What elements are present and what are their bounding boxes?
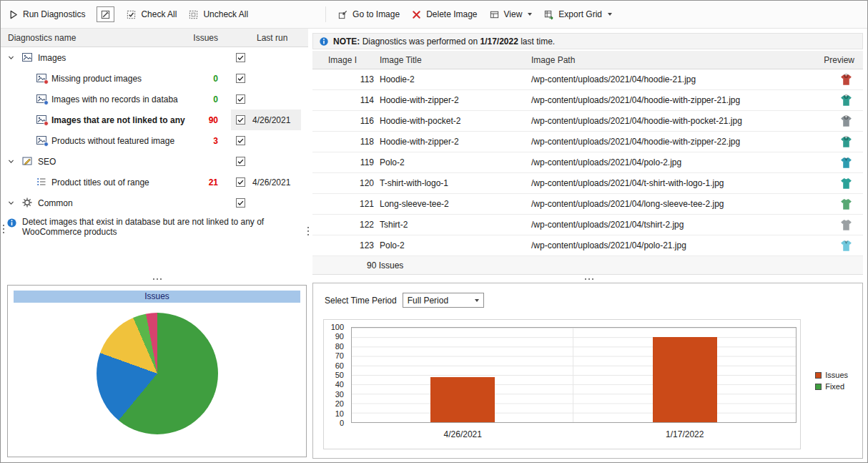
uncheck-all-label: Uncheck All [203, 9, 248, 19]
info-icon [6, 218, 17, 228]
images-not-linked-icon [36, 114, 47, 125]
image-path: /wp-content/uploads/2021/04/long-sleeve-… [530, 199, 817, 209]
image-id: 122 [312, 220, 375, 230]
toolbar: Run Diagnostics Check All Uncheck All Go… [1, 1, 867, 29]
chevron-down-icon [608, 13, 612, 16]
seo-icon [21, 155, 33, 167]
y-tick-label: 40 [324, 380, 344, 389]
tree-item-products-without-featured[interactable]: Products without featured image 3 [1, 130, 308, 151]
legend-item-issues: Issues [815, 371, 848, 379]
splitter-left-edge[interactable] [1, 223, 6, 235]
delete-image-button[interactable]: Delete Image [411, 9, 477, 20]
image-title: T-shirt-with-logo-1 [375, 178, 530, 188]
bar-chart: 1009080706050403020100 4/26/2021 1/17/20… [323, 319, 801, 449]
time-period-label: Select Time Period [325, 296, 397, 306]
issues-chart-panel: Issues [7, 285, 307, 457]
uncheck-all-icon [188, 9, 199, 20]
issues-count: 90 [181, 115, 218, 125]
grid-row[interactable]: 119 Polo-2 /wp-content/uploads/2021/04/p… [312, 152, 863, 173]
y-tick-label: 70 [324, 351, 344, 360]
tree-item-product-titles-range[interactable]: Product titles out of range 21 4/26/2021 [1, 172, 308, 192]
checkbox-images-not-linked[interactable] [236, 115, 245, 125]
tree-group-seo[interactable]: SEO [1, 151, 308, 172]
issues-count: 3 [181, 136, 218, 146]
view-menu-button[interactable]: View [489, 9, 533, 20]
legend-swatch [815, 384, 822, 390]
y-tick-label: 10 [324, 409, 344, 418]
checkbox-images-no-records[interactable] [236, 94, 245, 104]
polo-preview-icon [839, 239, 853, 253]
grid-row[interactable]: 120 T-shirt-with-logo-1 /wp-content/uplo… [312, 173, 863, 194]
issues-total: 90 Issues [367, 260, 403, 271]
tree-item-label: Missing product images [51, 74, 142, 84]
grid-row[interactable]: 123 Polo-2 /wp-content/uploads/2021/04/p… [312, 235, 863, 256]
grid-row[interactable]: 113 Hoodie-2 /wp-content/uploads/2021/04… [312, 69, 863, 90]
column-header-image-title[interactable]: Image Title [375, 55, 530, 65]
tree-item-images-no-records[interactable]: Images with no records in databa 0 [1, 89, 308, 109]
note-bar: NOTE: Diagnostics was performed on 1/17/… [312, 33, 863, 49]
y-tick-label: 90 [324, 332, 344, 341]
legend-item-fixed: Fixed [815, 382, 848, 391]
polo-preview-icon [839, 156, 853, 170]
grid-row[interactable]: 114 Hoodie-with-zipper-2 /wp-content/upl… [312, 90, 863, 111]
splitter-right-horizontal[interactable] [583, 276, 596, 282]
chevron-down-icon [475, 299, 479, 302]
grid-row[interactable]: 116 Hoodie-with-pocket-2 /wp-content/upl… [312, 111, 863, 132]
long-sleeve-preview-icon [839, 198, 853, 211]
chevron-down-icon[interactable] [7, 157, 15, 165]
check-all-button[interactable]: Check All [126, 9, 177, 20]
checkbox-images[interactable] [236, 53, 245, 62]
splitter-left-horizontal[interactable] [151, 276, 164, 282]
checkbox-missing-product-images[interactable] [236, 74, 245, 83]
image-path: /wp-content/uploads/2021/04/polo-21.jpg [530, 240, 817, 250]
edit-diagnostics-button[interactable] [97, 6, 114, 22]
missing-images-icon [36, 72, 47, 84]
issues-bar [430, 377, 495, 422]
chevron-down-icon[interactable] [7, 54, 15, 62]
image-title: Hoodie-with-zipper-2 [375, 137, 530, 147]
images-icon [21, 52, 33, 63]
legend-swatch [815, 372, 822, 379]
grid-header: Image I Image Title Image Path Preview [312, 51, 863, 69]
view-icon [489, 9, 500, 20]
tree-item-missing-product-images[interactable]: Missing product images 0 [1, 68, 308, 89]
y-tick-label: 60 [324, 361, 344, 370]
column-header-image-path[interactable]: Image Path [530, 55, 817, 65]
hoodie-preview-icon [839, 114, 853, 128]
column-header-preview[interactable]: Preview [817, 55, 863, 65]
tree-group-common[interactable]: Common [1, 192, 308, 213]
grid-row[interactable]: 118 Hoodie-with-zipper-2 /wp-content/upl… [312, 132, 863, 152]
delete-x-icon [411, 9, 422, 20]
splitter-columns[interactable] [305, 225, 311, 238]
image-title: Polo-2 [375, 157, 530, 167]
checkbox-common[interactable] [236, 198, 245, 208]
export-grid-button[interactable]: Export Grid [543, 9, 612, 20]
info-icon [319, 36, 329, 47]
uncheck-all-button[interactable]: Uncheck All [188, 9, 248, 20]
checkbox-product-titles[interactable] [236, 177, 245, 187]
grid-row[interactable]: 121 Long-sleeve-tee-2 /wp-content/upload… [312, 194, 863, 215]
grid-row[interactable]: 122 Tshirt-2 /wp-content/uploads/2021/04… [312, 215, 863, 235]
x-tick-label: 4/26/2021 [413, 429, 513, 439]
go-to-image-button[interactable]: Go to Image [337, 9, 400, 20]
image-id: 113 [312, 74, 375, 84]
run-diagnostics-button[interactable]: Run Diagnostics [8, 9, 85, 20]
export-grid-icon [543, 9, 554, 20]
issues-count: 0 [181, 74, 218, 84]
tree-item-label: Products without featured image [51, 136, 174, 146]
checkbox-products-without-featured[interactable] [236, 136, 245, 145]
time-period-dropdown[interactable]: Full Period [403, 293, 484, 308]
image-title: Polo-2 [375, 240, 530, 250]
tree-item-images-not-linked[interactable]: Images that are not linked to any 90 4/2… [1, 109, 308, 130]
tree-item-label: Product titles out of range [51, 177, 149, 187]
tree-header: Diagnostics name Issues Last run [1, 29, 308, 47]
column-header-image-id[interactable]: Image I [312, 55, 375, 65]
plot-area: 4/26/2021 1/17/2022 [351, 327, 797, 423]
tree-group-images[interactable]: Images [1, 47, 308, 68]
products-without-featured-icon [36, 135, 47, 146]
chevron-down-icon[interactable] [7, 199, 15, 207]
chevron-down-icon [528, 13, 532, 16]
checkbox-seo[interactable] [236, 157, 245, 166]
check-all-icon [126, 9, 137, 20]
image-id: 116 [312, 116, 375, 126]
